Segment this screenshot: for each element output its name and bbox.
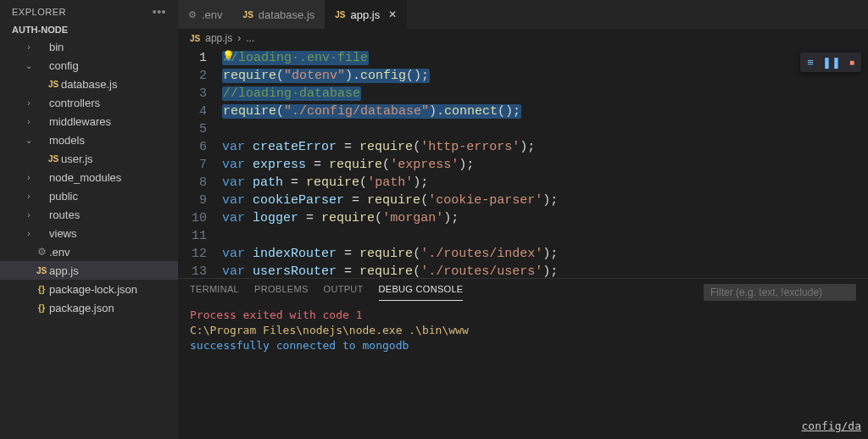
tree-item-label: controllers: [49, 97, 100, 109]
chevron-icon: ›: [24, 98, 34, 108]
console-source-link[interactable]: config/da: [802, 419, 861, 434]
chevron-icon: ⌄: [24, 136, 34, 145]
tree-item-label: user.js: [61, 153, 93, 165]
code-line-8[interactable]: var path = require('path');: [222, 174, 868, 192]
code-line-2[interactable]: require("dotenv").config();: [222, 67, 868, 85]
bottom-panel: TERMINALPROBLEMSOUTPUTDEBUG CONSOLE Proc…: [178, 278, 868, 439]
tree-item-node-modules[interactable]: ›node_modules: [0, 168, 178, 186]
tree-item-label: node_modules: [49, 171, 121, 184]
tree-item-label: package-lock.json: [49, 283, 137, 296]
panel-tab-terminal[interactable]: TERMINAL: [190, 284, 239, 301]
tab-label: app.js: [351, 8, 381, 21]
panel-tab-output[interactable]: OUTPUT: [324, 284, 364, 301]
tree-item-middlewares[interactable]: ›middlewares: [0, 112, 178, 131]
chevron-right-icon: ›: [237, 32, 241, 44]
chevron-icon: ⌄: [24, 61, 34, 70]
chevron-icon: ›: [24, 192, 34, 201]
tree-item-label: .env: [49, 246, 70, 258]
close-icon[interactable]: ✕: [388, 8, 397, 20]
code-line-10[interactable]: var logger = require('morgan');: [222, 209, 868, 227]
main-area: ⚙.envJSdatabase.jsJSapp.js✕ JS app.js › …: [178, 0, 868, 439]
panel-tab-debug-console[interactable]: DEBUG CONSOLE: [379, 284, 464, 301]
code-line-1[interactable]: //loading·.env·file: [222, 49, 868, 67]
js-icon: JS: [46, 154, 61, 164]
gear-icon: ⚙: [34, 246, 49, 258]
code-line-4[interactable]: require("./config/database").connect();: [222, 103, 868, 120]
tree-item-label: app.js: [49, 264, 79, 277]
chevron-icon: ›: [24, 117, 34, 126]
tree-item-routes[interactable]: ›routes: [0, 205, 178, 224]
chevron-icon: ›: [24, 210, 34, 220]
tab-label: database.js: [259, 8, 315, 21]
tab-label: .env: [202, 8, 223, 21]
tree-item-label: middlewares: [49, 115, 111, 128]
js-icon: JS: [34, 266, 49, 275]
tree-item-bin[interactable]: ›bin: [0, 37, 178, 56]
line-gutter: 1234567891011121314: [178, 47, 222, 278]
code-line-9[interactable]: var cookieParser = require('cookie-parse…: [222, 192, 868, 209]
panel-tab-problems[interactable]: PROBLEMS: [254, 284, 309, 301]
js-icon: JS: [243, 9, 253, 19]
chevron-icon: ›: [24, 229, 34, 238]
tab--env[interactable]: ⚙.env: [178, 0, 233, 29]
tree-item-label: package.json: [49, 302, 114, 314]
tree-item--env[interactable]: ⚙.env: [0, 242, 178, 261]
tree-item-models[interactable]: ⌄models: [0, 131, 178, 149]
panel-filter-input[interactable]: [704, 284, 856, 301]
tree-item-views[interactable]: ›views: [0, 224, 178, 242]
project-name[interactable]: AUTH-NODE: [0, 22, 178, 37]
tree-item-label: public: [49, 190, 78, 203]
tree-item-label: routes: [49, 208, 80, 221]
explorer-title: EXPLORER: [12, 7, 66, 17]
console-line: C:\Program Files\nodejs\node.exe .\bin\w…: [190, 323, 856, 338]
tree-item-controllers[interactable]: ›controllers: [0, 93, 178, 112]
tree-item-user-js[interactable]: JSuser.js: [0, 149, 178, 168]
breadcrumb[interactable]: JS app.js › ...: [178, 29, 868, 47]
tree-item-label: models: [49, 134, 85, 147]
debug-console-output[interactable]: Process exited with code 1C:\Program Fil…: [178, 301, 868, 439]
code-line-12[interactable]: var indexRouter = require('./routes/inde…: [222, 245, 868, 263]
gear-icon: ⚙: [188, 9, 197, 20]
chevron-icon: ›: [24, 173, 34, 182]
editor-tabs: ⚙.envJSdatabase.jsJSapp.js✕: [178, 0, 868, 29]
code-line-11[interactable]: [222, 227, 868, 245]
chevron-icon: ›: [24, 42, 34, 52]
panel-tabs: TERMINALPROBLEMSOUTPUTDEBUG CONSOLE: [178, 279, 868, 301]
tree-item-label: bin: [49, 41, 64, 53]
code-editor[interactable]: 1234567891011121314 💡 //loading·.env·fil…: [178, 47, 868, 278]
tab-database-js[interactable]: JSdatabase.js: [233, 0, 326, 29]
tree-item-config[interactable]: ⌄config: [0, 56, 178, 75]
breadcrumb-tail: ...: [246, 32, 254, 44]
tree-item-label: config: [49, 59, 79, 72]
code-line-13[interactable]: var usersRouter = require('./routes/user…: [222, 263, 868, 278]
code-body[interactable]: 💡 //loading·.env·filerequire("dotenv").c…: [222, 47, 868, 278]
code-line-7[interactable]: var express = require('express');: [222, 156, 868, 174]
js-icon: JS: [190, 34, 200, 43]
breadcrumb-file: app.js: [205, 32, 232, 44]
tree-item-label: database.js: [61, 78, 118, 91]
code-line-6[interactable]: var createError = require('http-errors')…: [222, 138, 868, 156]
explorer-more-icon[interactable]: •••: [153, 5, 166, 19]
console-line: Process exited with code 1: [190, 308, 856, 323]
code-line-3[interactable]: //loading·database: [222, 85, 868, 103]
tree-item-package-lock-json[interactable]: {}package-lock.json: [0, 280, 178, 298]
console-line: successfully connected to mongodb: [190, 338, 856, 353]
tree-item-database-js[interactable]: JSdatabase.js: [0, 75, 178, 93]
js-icon: JS: [335, 9, 345, 19]
tab-app-js[interactable]: JSapp.js✕: [325, 0, 407, 29]
tree-item-package-json[interactable]: {}package.json: [0, 298, 178, 317]
json-icon: {}: [34, 303, 49, 313]
code-line-5[interactable]: [222, 120, 868, 138]
json-icon: {}: [34, 284, 49, 294]
tree-item-public[interactable]: ›public: [0, 186, 178, 205]
explorer-sidebar: EXPLORER ••• AUTH-NODE ›bin⌄configJSdata…: [0, 0, 178, 439]
tree-item-label: views: [49, 227, 77, 240]
tree-item-app-js[interactable]: JSapp.js: [0, 261, 178, 280]
lightbulb-icon[interactable]: 💡: [222, 48, 235, 66]
js-icon: JS: [46, 80, 61, 89]
file-tree: ›bin⌄configJSdatabase.js›controllers›mid…: [0, 37, 178, 439]
